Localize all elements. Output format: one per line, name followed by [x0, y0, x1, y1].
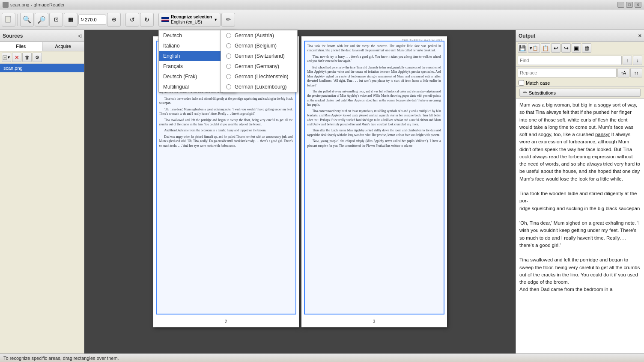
svg-rect-1 — [161, 17, 169, 19]
language-selector[interactable]: Recognize selection English (en_US) ▼ — [158, 13, 221, 27]
german-germany-radio — [226, 64, 231, 69]
file-settings-button[interactable]: ⚙ — [33, 53, 42, 62]
output-header: Output ✕ — [516, 30, 644, 42]
add-icon — [2, 54, 7, 60]
sidebar: Sources ◁ Files Acquire ▼ ✕ 🗑 ⚙ — [0, 30, 84, 353]
sidebar-header: Sources ◁ — [0, 30, 84, 42]
german-liechtenstein-radio — [226, 74, 231, 79]
clear-files-button[interactable]: 🗑 — [22, 53, 32, 62]
recognize-label: Recognize selection — [171, 15, 212, 20]
german-submenu: German (Austria) German (Belgium) German… — [221, 30, 298, 92]
output-tools: 💾 ▾📋 📋 ↩ ↪ ▣ 🗑 — [516, 42, 644, 54]
output-panel: Output ✕ 💾 ▾📋 📋 ↩ ↪ ▣ 🗑 ↑ ↓ ↕A ↕↕ Match … — [516, 30, 644, 353]
find-next-button[interactable]: ↓ — [633, 56, 642, 65]
german-austria-radio — [226, 33, 231, 38]
substitutions-label: Substitutions — [529, 90, 556, 95]
zoom-select-button[interactable]: ▦ — [64, 13, 78, 27]
document-background: STRONG-M a slice of mirror left. Most of… — [84, 30, 516, 353]
german-belgium-radio — [226, 43, 231, 48]
zoom-in-button[interactable]: 🔍 — [35, 13, 48, 27]
titlebar: scan.png - gImageReader ─ □ ✕ — [0, 0, 644, 9]
output-copy-button[interactable]: 📋 — [541, 43, 550, 53]
sep3 — [156, 14, 156, 26]
german-luxembourg-item[interactable]: German (Luxembourg) — [221, 82, 297, 92]
content-area: STRONG-M a slice of mirror left. Most of… — [84, 30, 516, 353]
page-right-number: 3 — [373, 319, 376, 324]
match-case-label: Match case — [526, 80, 550, 86]
file-icon — [5, 16, 12, 24]
pencil-icon: ✏ — [523, 90, 527, 95]
output-save-button[interactable]: 💾 — [518, 43, 527, 53]
find-input[interactable] — [518, 56, 622, 65]
ocr-selection-right[interactable] — [304, 41, 444, 315]
toolbar-button-1[interactable] — [2, 13, 15, 27]
titlebar-left: scan.png - gImageReader — [3, 2, 65, 8]
underline-word: pansyr — [595, 132, 610, 137]
replace-all-button[interactable]: ↕↕ — [630, 68, 642, 77]
find-prev-button[interactable]: ↑ — [623, 56, 632, 65]
sidebar-tools: ▼ ✕ 🗑 ⚙ — [0, 51, 84, 64]
rotate-left-button[interactable]: ↺ — [125, 13, 139, 27]
zoom-control[interactable]: ↻ 270.0 — [78, 15, 106, 25]
zoom-picker-button[interactable]: ⊕ — [107, 13, 121, 27]
match-case-checkbox[interactable] — [519, 80, 524, 86]
sep2 — [123, 14, 123, 26]
sidebar-title: Sources — [3, 33, 23, 39]
page-left-number: 2 — [225, 319, 227, 324]
main-layout: Sources ◁ Files Acquire ▼ ✕ 🗑 ⚙ — [0, 30, 644, 353]
statusbar-text: To recognize specific areas, drag rectan… — [3, 356, 119, 361]
page-right: THE THRUSH HAS WINGS Tina took the broom… — [301, 36, 447, 327]
german-germany-item[interactable]: German (Germany) — [221, 61, 297, 71]
lang-dropdown-arrow: ▼ — [214, 18, 218, 22]
german-liechtenstein-item[interactable]: German (Liechtenstein) — [221, 71, 297, 82]
dropdown-arrow: ▼ — [7, 55, 11, 59]
match-case-row: Match case — [516, 79, 644, 87]
ocr-settings-button[interactable]: ✏ — [221, 13, 235, 27]
output-redo-button[interactable]: ↪ — [561, 43, 571, 53]
replace-button[interactable]: ↕A — [617, 68, 629, 77]
file-item-scan[interactable]: scan.png — [0, 64, 84, 72]
output-close-icon[interactable]: ✕ — [638, 33, 641, 38]
remove-file-button[interactable]: ✕ — [12, 53, 21, 62]
substitutions-bar: ✏ Substitutions — [516, 87, 644, 99]
zoom-out-button[interactable]: 🔍 — [20, 13, 34, 27]
zoom-value: 270.0 — [85, 17, 97, 22]
svg-rect-3 — [161, 21, 169, 22]
output-append-button[interactable]: ▾📋 — [528, 43, 540, 53]
replace-input[interactable] — [518, 68, 617, 77]
output-select-button[interactable]: ▣ — [572, 43, 581, 53]
german-switzerland-item[interactable]: German (Switzerland) — [221, 51, 297, 61]
zoom-fit-button[interactable]: ⊡ — [49, 13, 63, 27]
sep1 — [18, 14, 18, 26]
output-title: Output — [519, 33, 535, 39]
german-luxembourg-radio — [226, 84, 231, 89]
close-button[interactable]: ✕ — [635, 2, 641, 8]
underline-word2: por- — [519, 198, 528, 203]
svg-rect-0 — [6, 16, 10, 22]
substitutions-button[interactable]: ✏ Substitutions — [519, 89, 641, 97]
sidebar-pin-icon[interactable]: ◁ — [78, 33, 81, 38]
flag-icon — [161, 17, 169, 22]
output-text-area[interactable]: Mum was a big woman, but big in a soggy … — [516, 99, 644, 353]
zoom-icon: ↻ — [80, 17, 84, 22]
add-file-button[interactable]: ▼ — [2, 53, 11, 62]
output-clear-button[interactable]: 🗑 — [582, 43, 591, 53]
maximize-button[interactable]: □ — [626, 2, 633, 8]
output-undo-button[interactable]: ↩ — [551, 43, 561, 53]
window-title: scan.png - gImageReader — [10, 2, 65, 7]
sidebar-tabs: Files Acquire — [0, 42, 84, 51]
tab-files[interactable]: Files — [0, 42, 42, 51]
tab-acquire[interactable]: Acquire — [42, 42, 84, 51]
minimize-button[interactable]: ─ — [617, 2, 624, 8]
rotate-right-button[interactable]: ↻ — [140, 13, 154, 27]
find-bar: ↑ ↓ — [516, 54, 644, 67]
german-belgium-item[interactable]: German (Belgium) — [221, 41, 297, 51]
german-switzerland-radio — [226, 53, 231, 59]
titlebar-controls: ─ □ ✕ — [617, 2, 641, 8]
lang-code-label: English (en_US) — [171, 20, 212, 25]
toolbar: 🔍 🔍 ⊡ ▦ ↻ 270.0 ⊕ ↺ ↻ Recognize selectio… — [0, 9, 644, 30]
german-austria-item[interactable]: German (Austria) — [221, 30, 297, 41]
replace-bar: ↕A ↕↕ — [516, 67, 644, 79]
statusbar: To recognize specific areas, drag rectan… — [0, 353, 644, 362]
app-icon — [3, 2, 9, 8]
